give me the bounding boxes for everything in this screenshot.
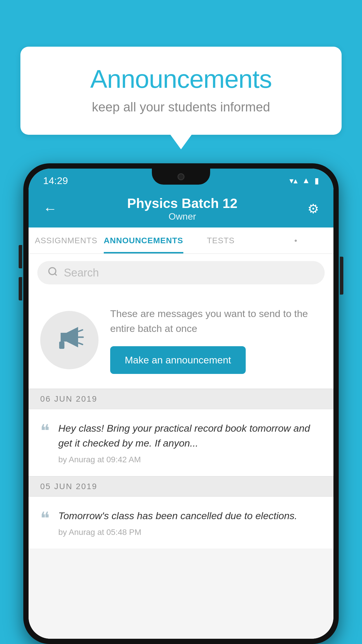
- search-placeholder: Search: [64, 267, 99, 279]
- speech-bubble-card: Announcements keep all your students inf…: [20, 47, 342, 135]
- phone-screen: 14:29 ▾▴ ▲ ▮ ← Physics Batch 12 Owner ⚙: [29, 169, 333, 639]
- status-time: 14:29: [43, 175, 68, 186]
- volume-down-button: [19, 277, 22, 300]
- promo-card: These are messages you want to send to t…: [29, 292, 333, 389]
- announcement-text-2: Tomorrow's class has been cancelled due …: [58, 508, 322, 523]
- announcement-meta-1: by Anurag at 09:42 AM: [58, 455, 322, 464]
- megaphone-icon: [55, 323, 84, 358]
- search-container: Search: [29, 254, 333, 292]
- svg-marker-3: [66, 327, 78, 347]
- wifi-icon: ▾▴: [289, 176, 298, 186]
- announcements-title: Announcements: [44, 64, 318, 94]
- megaphone-circle: [40, 311, 99, 369]
- volume-up-button: [19, 245, 22, 268]
- app-header: ← Physics Batch 12 Owner ⚙: [29, 190, 333, 228]
- announcement-text-1: Hey class! Bring your practical record b…: [58, 421, 322, 451]
- svg-point-0: [49, 267, 56, 274]
- announcement-item-2: ❝ Tomorrow's class has been cancelled du…: [29, 497, 333, 549]
- announcement-content-2: Tomorrow's class has been cancelled due …: [58, 508, 322, 537]
- announcement-item-1: ❝ Hey class! Bring your practical record…: [29, 409, 333, 476]
- announcements-subtitle: keep all your students informed: [44, 100, 318, 114]
- date-divider-1: 06 JUN 2019: [29, 389, 333, 409]
- owner-label: Owner: [127, 211, 237, 222]
- header-title-group: Physics Batch 12 Owner: [127, 195, 237, 222]
- promo-description: These are messages you want to send to t…: [110, 306, 322, 336]
- batch-title: Physics Batch 12: [127, 195, 237, 211]
- search-bar[interactable]: Search: [37, 261, 325, 284]
- svg-line-7: [79, 343, 82, 344]
- tabs-container: ASSIGNMENTS ANNOUNCEMENTS TESTS •: [29, 228, 333, 254]
- search-icon: [48, 266, 58, 279]
- phone-container: 14:29 ▾▴ ▲ ▮ ← Physics Batch 12 Owner ⚙: [23, 163, 339, 644]
- status-icons: ▾▴ ▲ ▮: [289, 176, 319, 186]
- svg-line-1: [55, 273, 57, 275]
- svg-rect-4: [59, 342, 64, 349]
- svg-marker-2: [61, 333, 66, 342]
- quote-icon-1: ❝: [40, 422, 50, 440]
- promo-text-area: These are messages you want to send to t…: [110, 306, 322, 374]
- tab-tests[interactable]: TESTS: [183, 228, 259, 253]
- announcement-content-1: Hey class! Bring your practical record b…: [58, 421, 322, 464]
- phone-outer: 14:29 ▾▴ ▲ ▮ ← Physics Batch 12 Owner ⚙: [23, 163, 339, 644]
- app-screen: 14:29 ▾▴ ▲ ▮ ← Physics Batch 12 Owner ⚙: [29, 169, 333, 639]
- svg-line-5: [79, 330, 82, 331]
- date-divider-2: 05 JUN 2019: [29, 476, 333, 497]
- battery-icon: ▮: [314, 176, 319, 186]
- make-announcement-button[interactable]: Make an announcement: [110, 346, 246, 374]
- speech-bubble-section: Announcements keep all your students inf…: [20, 47, 342, 135]
- front-camera: [178, 173, 184, 180]
- back-button[interactable]: ←: [43, 201, 57, 217]
- content-area: Search: [29, 254, 333, 639]
- tab-more[interactable]: •: [258, 228, 333, 253]
- quote-icon-2: ❝: [40, 510, 50, 527]
- power-button: [340, 257, 343, 295]
- settings-icon[interactable]: ⚙: [307, 201, 319, 216]
- signal-icon: ▲: [302, 176, 310, 185]
- announcement-meta-2: by Anurag at 05:48 PM: [58, 528, 322, 537]
- phone-notch: [152, 169, 210, 185]
- tab-assignments[interactable]: ASSIGNMENTS: [29, 228, 104, 253]
- tab-announcements[interactable]: ANNOUNCEMENTS: [104, 228, 183, 253]
